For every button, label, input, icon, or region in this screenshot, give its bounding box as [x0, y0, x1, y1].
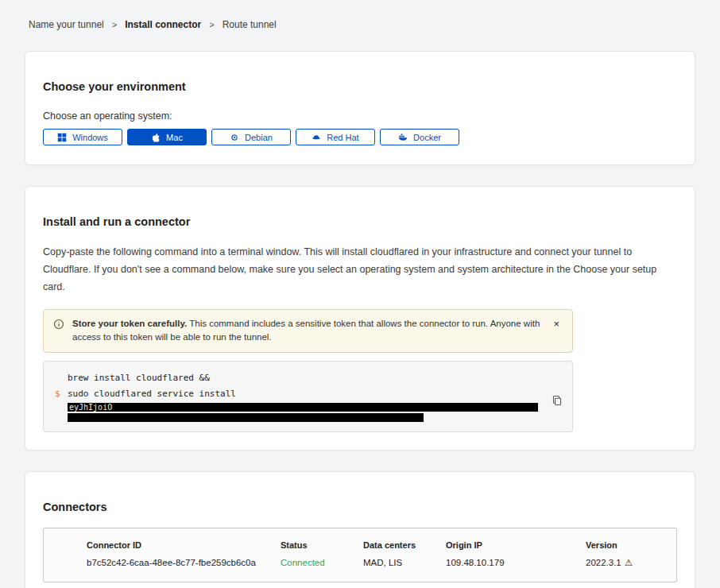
os-button-label: Windows	[72, 133, 108, 142]
column-header-connector-id: Connector ID	[87, 540, 281, 550]
os-button-redhat[interactable]: Red Hat	[296, 129, 375, 145]
version-value: 2022.3.1⚠	[586, 557, 676, 568]
code-line-1: brew install cloudflared &&	[55, 370, 561, 386]
column-header-origin-ip: Origin IP	[446, 540, 586, 550]
token-area: eyJhIjoiO	[68, 403, 561, 422]
close-icon[interactable]: ×	[550, 317, 563, 331]
breadcrumb: Name your tunnel > Install connector > R…	[0, 0, 720, 30]
os-button-mac[interactable]: Mac	[127, 129, 207, 145]
table-row: b7c52c42-6caa-48ee-8c77-fbe259cb6c0a Con…	[87, 557, 676, 568]
token-warning-bold: Store your token carefully.	[72, 319, 187, 328]
origin-ip-value: 109.48.10.179	[446, 558, 586, 567]
connector-id-value: b7c52c42-6caa-48ee-8c77-fbe259cb6c0a	[87, 558, 281, 567]
breadcrumb-separator-icon: >	[209, 20, 214, 29]
breadcrumb-step-install-connector[interactable]: Install connector	[125, 19, 201, 30]
column-header-data-centers: Data centers	[363, 540, 446, 550]
connectors-card-title: Connectors	[43, 489, 677, 513]
install-card: Install and run a connector Copy-paste t…	[25, 186, 695, 451]
connectors-card: Connectors Connector ID Status Data cent…	[25, 471, 695, 588]
redacted-token-bar	[68, 413, 424, 422]
os-select-label: Choose an operating system:	[43, 110, 677, 122]
column-header-version: Version	[586, 540, 676, 550]
os-button-label: Docker	[413, 133, 441, 142]
os-button-docker[interactable]: Docker	[380, 129, 459, 145]
docker-icon	[398, 133, 408, 142]
install-card-title: Install and run a connector	[43, 204, 677, 228]
environment-card-title: Choose your environment	[43, 69, 677, 93]
column-header-status: Status	[281, 540, 363, 550]
os-button-debian[interactable]: Debian	[211, 129, 291, 145]
code-text: brew install cloudflared &&	[68, 370, 210, 386]
debian-icon	[230, 133, 239, 142]
copy-icon[interactable]	[552, 395, 563, 406]
data-centers-value: MAD, LIS	[363, 558, 446, 567]
status-badge: Connected	[281, 558, 363, 567]
code-line-2: $ sudo cloudflared service install	[55, 386, 561, 402]
tunnel-setup-page: Name your tunnel > Install connector > R…	[0, 0, 720, 588]
connectors-table: Connector ID Status Data centers Origin …	[43, 528, 677, 582]
os-button-label: Red Hat	[327, 133, 358, 142]
windows-icon	[57, 133, 67, 142]
info-icon	[53, 319, 64, 346]
token-warning-text: Store your token carefully. This command…	[72, 317, 542, 346]
breadcrumb-separator-icon: >	[112, 20, 117, 29]
prompt-spacer	[55, 370, 68, 386]
install-command-block: brew install cloudflared && $ sudo cloud…	[43, 361, 573, 432]
install-description: Copy-paste the following command into a …	[43, 244, 677, 296]
breadcrumb-step-route-tunnel[interactable]: Route tunnel	[223, 19, 277, 30]
apple-icon	[151, 133, 161, 142]
redhat-icon	[312, 133, 321, 142]
redacted-token-bar: eyJhIjoiO	[68, 403, 538, 412]
warning-icon: ⚠	[625, 558, 633, 567]
environment-card: Choose your environment Choose an operat…	[25, 51, 695, 165]
breadcrumb-step-name-tunnel[interactable]: Name your tunnel	[29, 19, 104, 30]
token-warning-banner: Store your token carefully. This command…	[43, 309, 573, 354]
shell-prompt: $	[55, 386, 68, 402]
os-button-windows[interactable]: Windows	[43, 129, 122, 145]
version-number: 2022.3.1	[586, 558, 621, 567]
os-button-label: Debian	[245, 133, 273, 142]
os-button-label: Mac	[166, 133, 183, 142]
code-text: sudo cloudflared service install	[68, 386, 236, 402]
os-button-group: Windows Mac Debian Red Hat	[43, 129, 677, 147]
table-header-row: Connector ID Status Data centers Origin …	[87, 540, 676, 550]
